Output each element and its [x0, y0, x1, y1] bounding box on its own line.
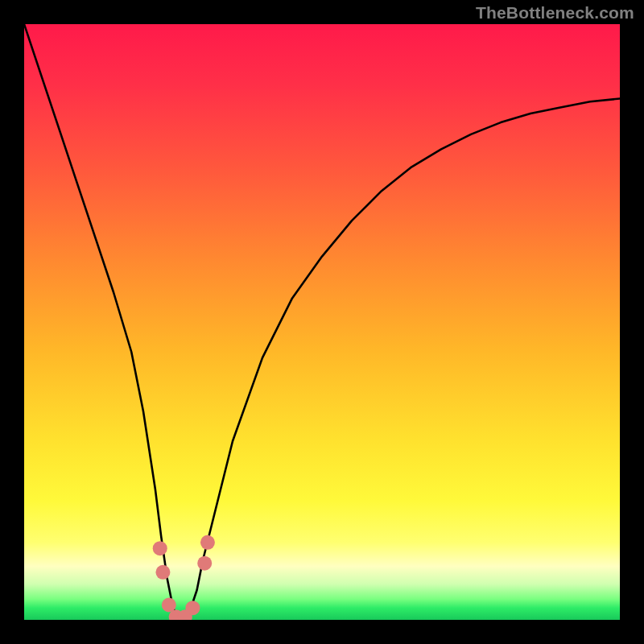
highlight-markers	[153, 535, 215, 620]
curve-path	[24, 24, 620, 620]
plot-area	[24, 24, 620, 620]
chart-frame: TheBottleneck.com	[0, 0, 644, 644]
watermark-text: TheBottleneck.com	[476, 3, 634, 23]
marker-point	[155, 565, 170, 580]
marker-point	[153, 541, 167, 555]
marker-point	[185, 601, 200, 615]
marker-point	[200, 535, 215, 550]
marker-point	[197, 556, 212, 571]
bottleneck-curve	[24, 24, 620, 620]
curve-layer	[24, 24, 620, 620]
